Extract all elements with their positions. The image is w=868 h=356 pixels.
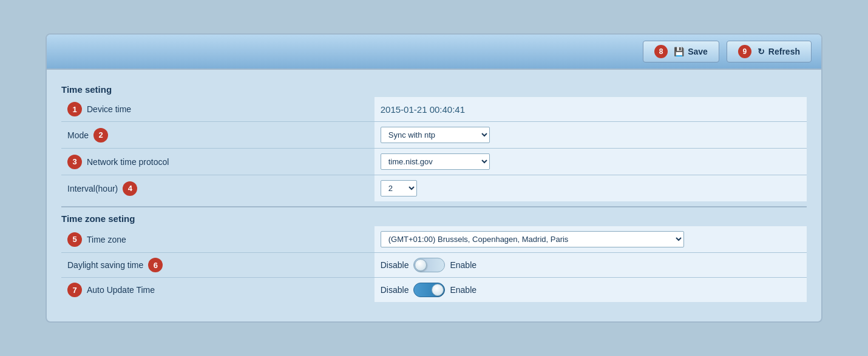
- timezone-label-group: 5 Time zone: [67, 232, 368, 247]
- daylight-num: 6: [148, 258, 163, 272]
- device-time-label-group: 1 Device time: [67, 102, 368, 116]
- section-divider: [61, 206, 807, 207]
- device-time-label-cell: 1 Device time: [61, 97, 375, 122]
- device-time-label: Device time: [87, 104, 131, 114]
- mode-label-group: Mode 2: [67, 128, 368, 143]
- refresh-icon: ↻: [758, 47, 765, 56]
- auto-update-label: Auto Update Time: [87, 285, 155, 295]
- auto-update-toggle[interactable]: [413, 283, 445, 297]
- ntp-label-cell: 3 Network time protocol: [61, 149, 375, 175]
- daylight-row: Daylight saving time 6 Disable Enable: [61, 253, 807, 278]
- toolbar: 8 💾 Save 9 ↻ Refresh: [47, 35, 821, 70]
- daylight-label-cell: Daylight saving time 6: [61, 253, 375, 278]
- daylight-toggle-thumb: [415, 259, 427, 271]
- daylight-label-group: Daylight saving time 6: [67, 258, 368, 272]
- timezone-label: Time zone: [87, 235, 126, 244]
- time-setting-table: 1 Device time 2015-01-21 00:40:41 Mode 2: [61, 97, 807, 201]
- interval-label: Interval(hour): [67, 184, 118, 193]
- interval-num: 4: [123, 181, 137, 196]
- timezone-row: 5 Time zone (GMT+01:00) Brussels, Copenh…: [61, 226, 807, 253]
- timezone-select[interactable]: (GMT+01:00) Brussels, Copenhagen, Madrid…: [381, 231, 684, 247]
- interval-select[interactable]: 1 2 4 8 12 24: [381, 180, 417, 196]
- interval-row: Interval(hour) 4 1 2 4 8 12 24: [61, 175, 807, 202]
- auto-update-toggle-thumb: [432, 284, 444, 296]
- device-time-value-cell: 2015-01-21 00:40:41: [375, 97, 807, 122]
- device-time-row: 1 Device time 2015-01-21 00:40:41: [61, 97, 807, 122]
- refresh-num: 9: [738, 45, 751, 58]
- interval-label-group: Interval(hour) 4: [67, 181, 368, 196]
- device-time-value: 2015-01-21 00:40:41: [381, 104, 465, 115]
- refresh-button[interactable]: 9 ↻ Refresh: [727, 41, 812, 62]
- interval-label-cell: Interval(hour) 4: [61, 175, 375, 202]
- main-panel: 8 💾 Save 9 ↻ Refresh Time seting 1 Devic…: [46, 33, 822, 323]
- mode-row: Mode 2 Sync with ntp Manual Sync with PC: [61, 122, 807, 149]
- auto-update-value-cell: Disable Enable: [375, 278, 807, 303]
- daylight-value-cell: Disable Enable: [375, 253, 807, 278]
- auto-update-label-group: 7 Auto Update Time: [67, 283, 368, 297]
- timezone-setting-header: Time zone seting: [61, 210, 807, 226]
- device-time-num: 1: [67, 102, 82, 116]
- ntp-label: Network time protocol: [87, 157, 169, 167]
- mode-label: Mode: [67, 130, 89, 140]
- daylight-disable-label: Disable: [381, 260, 409, 270]
- save-label: Save: [688, 47, 708, 56]
- ntp-num: 3: [67, 155, 82, 169]
- timezone-label-cell: 5 Time zone: [61, 226, 375, 253]
- mode-value-cell: Sync with ntp Manual Sync with PC: [375, 122, 807, 149]
- daylight-toggle[interactable]: [413, 258, 445, 272]
- ntp-label-group: 3 Network time protocol: [67, 155, 368, 169]
- interval-value-cell: 1 2 4 8 12 24: [375, 175, 807, 202]
- ntp-row: 3 Network time protocol time.nist.gov po…: [61, 149, 807, 175]
- auto-update-disable-label: Disable: [381, 285, 409, 295]
- save-num: 8: [654, 45, 668, 58]
- refresh-label: Refresh: [768, 47, 800, 56]
- auto-update-num: 7: [67, 283, 82, 297]
- auto-update-row: 7 Auto Update Time Disable Enable: [61, 278, 807, 303]
- time-setting-header: Time seting: [61, 81, 807, 97]
- save-icon: 💾: [674, 47, 684, 56]
- content: Time seting 1 Device time 2015-01-21 00:…: [47, 70, 821, 321]
- daylight-label: Daylight saving time: [67, 260, 143, 270]
- mode-label-cell: Mode 2: [61, 122, 375, 149]
- timezone-value-cell: (GMT+01:00) Brussels, Copenhagen, Madrid…: [375, 226, 807, 253]
- ntp-select[interactable]: time.nist.gov pool.ntp.org time.windows.…: [381, 153, 490, 170]
- daylight-enable-label: Enable: [450, 260, 476, 270]
- save-button[interactable]: 8 💾 Save: [643, 41, 719, 62]
- timezone-num: 5: [67, 232, 82, 247]
- timezone-setting-table: 5 Time zone (GMT+01:00) Brussels, Copenh…: [61, 226, 807, 302]
- auto-update-toggle-group: Disable Enable: [381, 283, 801, 297]
- ntp-value-cell: time.nist.gov pool.ntp.org time.windows.…: [375, 149, 807, 175]
- auto-update-enable-label: Enable: [450, 285, 476, 295]
- mode-num: 2: [93, 128, 108, 143]
- daylight-toggle-group: Disable Enable: [381, 258, 801, 272]
- auto-update-label-cell: 7 Auto Update Time: [61, 278, 375, 303]
- mode-select[interactable]: Sync with ntp Manual Sync with PC: [381, 127, 490, 143]
